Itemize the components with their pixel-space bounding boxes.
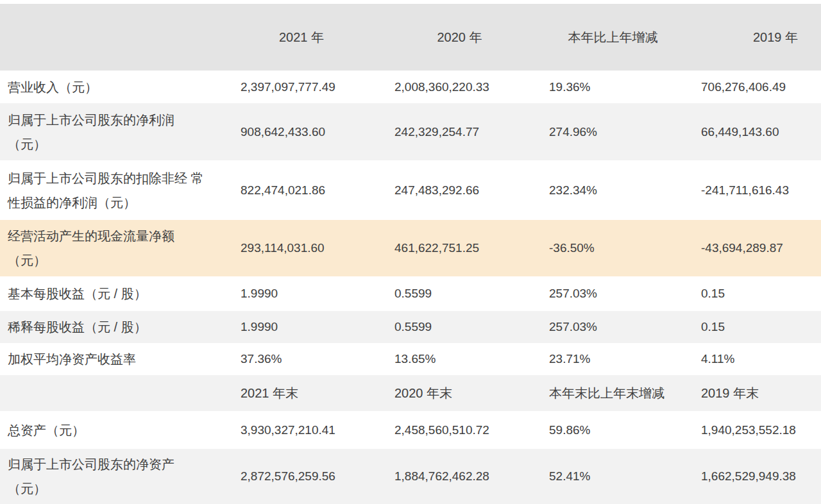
value-2021: 293,114,031.60 [221,239,382,258]
value-2021: 37.36% [221,349,382,369]
row-label: 营业收入（元） [0,75,221,99]
value-2021: 908,642,433.60 [221,122,382,142]
subheader-2019-end: 2019 年末 [688,383,821,403]
table-row-diluted-eps: 稀释每股收益（元 / 股） 1.9990 0.5599 257.03% 0.15 [0,311,821,343]
table-row-deducted-net-profit: 归属于上市公司股东的扣除非经 常 性损益的净利润（元） 822,474,021.… [0,160,821,220]
value-change: 19.36% [537,78,688,97]
row-label: 归属于上市公司股东的净利润 （元） [0,108,221,156]
value-2021: 2,397,097,777.49 [221,78,382,97]
value-change: 59.86% [537,421,688,440]
value-change: 23.71% [537,349,688,369]
header-2019: 2019 年 [688,28,821,47]
value-2019: 0.15 [688,284,821,303]
row-label: 经营活动产生的现金流量净额 （元） [0,224,221,273]
table-row-weighted-avg-roe: 加权平均净资产收益率 37.36% 13.65% 23.71% 4.11% [0,343,821,375]
value-2020: 13.65% [382,349,537,369]
table-row-revenue: 营业收入（元） 2,397,097,777.49 2,008,360,220.3… [0,71,821,103]
value-change: 52.41% [537,467,688,486]
table-row-net-profit: 归属于上市公司股东的净利润 （元） 908,642,433.60 242,329… [0,103,821,160]
value-2020: 242,329,254.77 [382,122,537,142]
value-2019: 1,662,529,949.38 [688,467,821,486]
value-2020: 0.5599 [382,317,537,337]
subheader-2021-end: 2021 年末 [221,383,382,403]
header-2021: 2021 年 [221,28,382,47]
value-2021: 3,930,327,210.41 [221,421,382,440]
value-2021: 2,872,576,259.56 [221,467,382,486]
value-change: -36.50% [537,239,688,258]
table-row-total-assets: 总资产（元） 3,930,327,210.41 2,458,560,510.72… [0,411,821,449]
value-2019: -43,694,289.87 [688,239,821,258]
table-row-operating-cash-flow: 经营活动产生的现金流量净额 （元） 293,114,031.60 461,622… [0,220,821,276]
value-change: 257.03% [537,284,688,303]
value-2019: 0.15 [688,317,821,337]
financial-summary-table: 2021 年 2020 年 本年比上年增减 2019 年 营业收入（元） 2,3… [0,0,821,504]
value-2021: 822,474,021.86 [221,181,382,200]
value-2020: 2,008,360,220.33 [382,78,537,97]
value-change: 232.34% [537,181,688,200]
value-2019: 706,276,406.49 [688,78,821,97]
value-2020: 0.5599 [382,284,537,303]
subheader-2020-end: 2020 年末 [382,383,537,403]
value-2020: 461,622,751.25 [382,239,537,258]
table-header-row: 2021 年 2020 年 本年比上年增减 2019 年 [0,4,821,71]
value-2019: 1,940,253,552.18 [688,421,821,440]
table-row-net-assets: 归属于上市公司股东的净资产 （元） 2,872,576,259.56 1,884… [0,449,821,504]
value-2021: 1.9990 [221,317,382,337]
row-label: 基本每股收益（元 / 股） [0,281,221,306]
row-label: 总资产（元） [0,418,221,442]
value-2020: 247,483,292.66 [382,181,537,200]
header-2020: 2020 年 [382,28,537,47]
value-2020: 2,458,560,510.72 [382,421,537,440]
value-change: 257.03% [537,317,688,337]
value-2019: 66,449,143.60 [688,122,821,142]
subheader-change-end: 本年末比上年末增减 [537,383,688,403]
table-row-basic-eps: 基本每股收益（元 / 股） 1.9990 0.5599 257.03% 0.15 [0,276,821,311]
row-label: 归属于上市公司股东的净资产 （元） [0,452,221,501]
row-label: 加权平均净资产收益率 [0,347,221,371]
value-2021: 1.9990 [221,284,382,303]
value-change: 274.96% [537,122,688,142]
value-2019: 4.11% [688,349,821,369]
row-label: 稀释每股收益（元 / 股） [0,315,221,339]
value-2019: -241,711,616.43 [688,181,821,200]
header-change: 本年比上年增减 [537,28,688,47]
row-label: 归属于上市公司股东的扣除非经 常 性损益的净利润（元） [0,166,221,215]
value-2020: 1,884,762,462.28 [382,467,537,486]
table-subheader-row: 2021 年末 2020 年末 本年末比上年末增减 2019 年末 [0,375,821,411]
